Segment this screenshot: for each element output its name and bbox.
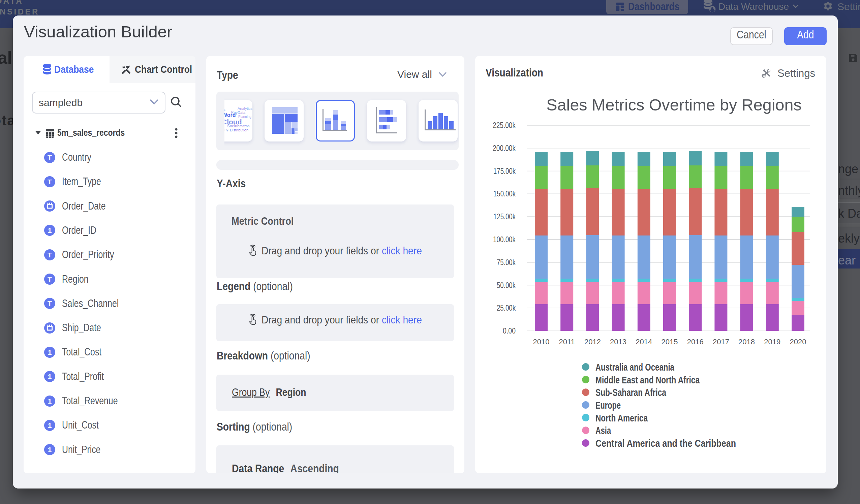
svg-text:Central America and the Caribb: Central America and the Caribbean	[596, 438, 736, 449]
svg-text:100.00k: 100.00k	[493, 235, 516, 244]
svg-text:T: T	[47, 251, 52, 258]
svg-text:2016: 2016	[687, 337, 704, 346]
svg-text:225.00k: 225.00k	[493, 120, 516, 130]
svg-text:2011: 2011	[559, 337, 575, 346]
svg-text:T: T	[47, 153, 52, 161]
svg-text:T: T	[47, 275, 52, 283]
svg-text:2020: 2020	[790, 337, 806, 346]
svg-text:1: 1	[48, 397, 52, 405]
svg-text:50.00k: 50.00k	[497, 280, 516, 290]
svg-text:75.00k: 75.00k	[497, 258, 516, 267]
svg-text:175.00k: 175.00k	[493, 167, 516, 175]
svg-text:2017: 2017	[713, 337, 729, 346]
svg-text:2015: 2015	[661, 337, 678, 346]
svg-text:2012: 2012	[584, 337, 601, 346]
svg-text:0.00: 0.00	[503, 326, 516, 335]
svg-text:200.00k: 200.00k	[493, 144, 516, 153]
svg-text:1: 1	[48, 421, 52, 429]
svg-text:Middle East and North Africa: Middle East and North Africa	[596, 374, 700, 385]
svg-text:1: 1	[48, 373, 52, 380]
svg-text:125.00k: 125.00k	[493, 212, 516, 221]
svg-text:1: 1	[48, 446, 52, 453]
svg-text:2010: 2010	[533, 337, 550, 346]
svg-text:2014: 2014	[635, 337, 652, 346]
svg-text:Asia: Asia	[596, 425, 611, 436]
svg-text:Sub-Saharan Africa: Sub-Saharan Africa	[596, 387, 666, 398]
svg-text:North America: North America	[596, 412, 648, 423]
svg-text:T: T	[47, 177, 52, 185]
svg-text:25.00k: 25.00k	[497, 303, 516, 312]
svg-text:1: 1	[48, 226, 52, 234]
svg-text:150.00k: 150.00k	[493, 189, 516, 198]
svg-text:2013: 2013	[610, 337, 627, 346]
svg-text:2018: 2018	[739, 337, 755, 346]
svg-text:Europe: Europe	[596, 400, 621, 411]
svg-text:Australia and Oceania: Australia and Oceania	[596, 361, 674, 373]
svg-text:2019: 2019	[764, 337, 780, 346]
svg-text:1: 1	[48, 348, 52, 356]
svg-text:T: T	[47, 300, 52, 307]
